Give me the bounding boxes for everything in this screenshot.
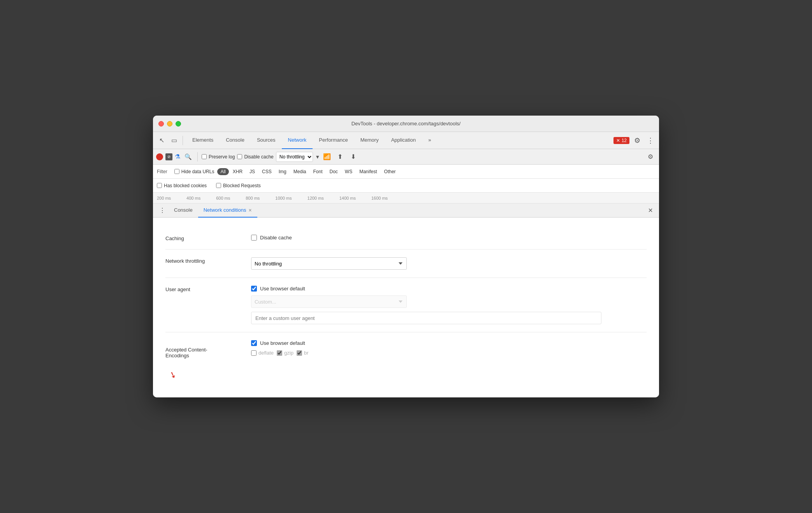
close-panel-button[interactable]: × [645,205,656,216]
record-button[interactable] [156,153,163,160]
encoding-options-row: deflate gzip br [251,350,647,356]
network-settings-icon[interactable]: ⚙ [645,151,656,162]
user-agent-row: User agent Use browser default Custom... [165,278,647,332]
filter-css-btn[interactable]: CSS [259,168,275,175]
bottom-tab-console[interactable]: Console [169,204,198,218]
toolbar-sep2 [197,152,198,162]
use-browser-default-row: Use browser default [251,286,647,292]
has-blocked-cookies-checkbox[interactable]: Has blocked cookies [157,183,207,188]
deflate-input[interactable] [251,350,257,356]
filter-other-btn[interactable]: Other [381,168,399,175]
tab-more[interactable]: » [422,132,437,149]
blocked-requests-input[interactable] [216,183,221,188]
tab-memory[interactable]: Memory [354,132,385,149]
bottom-tab-close-icon[interactable]: × [249,207,252,213]
caching-control: Disable cache [251,235,647,241]
filter-media-btn[interactable]: Media [290,168,309,175]
stop-icon[interactable]: ⊘ [165,153,172,160]
cursor-icon[interactable]: ↖ [156,135,167,146]
user-agent-control: Use browser default Custom... [251,286,647,324]
network-throttling-control: No throttling [251,257,647,270]
timeline-bar: 200 ms 400 ms 600 ms 800 ms 1000 ms 1200… [153,193,659,204]
accepted-content-control: Use browser default deflate gzip [251,340,647,356]
tab-elements[interactable]: Elements [186,132,220,149]
filter-xhr-btn[interactable]: XHR [230,168,246,175]
blocked-requests-label: Blocked Requests [223,183,261,188]
filter-all-btn[interactable]: All [217,168,228,175]
filter-ws-btn[interactable]: WS [342,168,355,175]
gzip-label: gzip [284,350,294,356]
network-throttling-row: Network throttling No throttling [165,249,647,278]
traffic-lights [158,121,181,126]
network-toolbar: ⊘ ⚗ 🔍 Preserve log Disable cache No thro… [153,149,659,165]
hide-data-urls-checkbox[interactable]: Hide data URLs [174,169,214,174]
main-tab-nav: Elements Console Sources Network Perform… [186,132,612,149]
throttle-select[interactable]: No throttling [276,152,313,162]
accepted-content-label: Accepted Content- Encodings ➘ [165,340,243,380]
timeline-marker-4: 800 ms [246,196,260,200]
blocked-requests-checkbox[interactable]: Blocked Requests [216,183,261,188]
disable-cache-checkbox[interactable]: Disable cache [237,154,273,160]
download-icon[interactable]: ⬇ [348,151,359,162]
tab-application[interactable]: Application [385,132,422,149]
devtools-window: DevTools - developer.chrome.com/tags/dev… [153,116,659,397]
bottom-tab-console-label: Console [174,207,193,213]
filter-bar: Filter Hide data URLs All XHR JS CSS Img… [153,165,659,179]
custom-user-agent-input[interactable] [251,312,601,324]
upload-icon[interactable]: ⬆ [335,151,346,162]
bottom-tabs: ⋮ Console Network conditions × × [153,204,659,218]
caching-row: Caching Disable cache [165,227,647,249]
accepted-content-row: Accepted Content- Encodings ➘ Use browse… [165,332,647,388]
preserve-log-checkbox[interactable]: Preserve log [202,154,235,160]
filter-img-btn[interactable]: Img [276,168,290,175]
network-conditions-panel: Caching Disable cache Network throttling… [153,218,659,397]
close-button[interactable] [158,121,164,126]
tab-network[interactable]: Network [282,132,313,149]
bottom-tab-nc-label: Network conditions [204,207,246,213]
network-throttling-select[interactable]: No throttling [251,257,407,270]
tab-sources[interactable]: Sources [251,132,282,149]
disable-cache-row: Disable cache [251,235,647,241]
hide-data-urls-input[interactable] [174,169,179,174]
tab-console[interactable]: Console [220,132,251,149]
panel-menu-icon[interactable]: ⋮ [156,207,169,214]
more-icon[interactable]: ⋮ [645,135,656,146]
maximize-button[interactable] [176,121,181,126]
network-throttling-label: Network throttling [165,257,243,264]
error-badge[interactable]: ✕ 12 [613,137,629,144]
device-icon[interactable]: ▭ [169,135,179,146]
disable-cache-input[interactable] [237,154,242,159]
title-bar: DevTools - developer.chrome.com/tags/dev… [153,116,659,132]
encoding-browser-default-input[interactable] [251,340,257,346]
bottom-tab-network-conditions[interactable]: Network conditions × [198,204,257,218]
settings-icon[interactable]: ⚙ [632,135,643,146]
window-title: DevTools - developer.chrome.com/tags/dev… [352,121,460,126]
filter-font-btn[interactable]: Font [310,168,325,175]
use-browser-default-input[interactable] [251,286,257,292]
toolbar-right: ✕ 12 ⚙ ⋮ [613,135,656,146]
deflate-label: deflate [258,350,274,356]
timeline-marker-2: 400 ms [186,196,200,200]
br-input[interactable] [297,350,302,356]
filter-icon[interactable]: ⚗ [175,153,180,160]
arrow-annotation-2: ➘ [168,369,178,381]
filter-doc-btn[interactable]: Doc [327,168,341,175]
custom-user-agent-select: Custom... [251,295,407,308]
gzip-input[interactable] [277,350,282,356]
toolbar-separator [183,136,183,145]
caching-disable-cache-input[interactable] [251,235,257,241]
hide-data-urls-label: Hide data URLs [181,169,214,174]
search-icon[interactable]: 🔍 [183,151,193,162]
has-blocked-cookies-input[interactable] [157,183,162,188]
br-label: br [304,350,309,356]
bottom-panel: ⋮ Console Network conditions × × Caching… [153,204,659,397]
minimize-button[interactable] [167,121,172,126]
tab-performance[interactable]: Performance [313,132,354,149]
preserve-log-input[interactable] [202,154,207,159]
filter-js-btn[interactable]: JS [246,168,258,175]
throttle-dropdown-arrow[interactable]: ▾ [316,153,319,160]
encoding-browser-default-row: Use browser default [251,340,647,346]
wifi-icon[interactable]: 📶 [322,151,332,162]
br-encoding: br [297,350,309,356]
filter-manifest-btn[interactable]: Manifest [356,168,380,175]
